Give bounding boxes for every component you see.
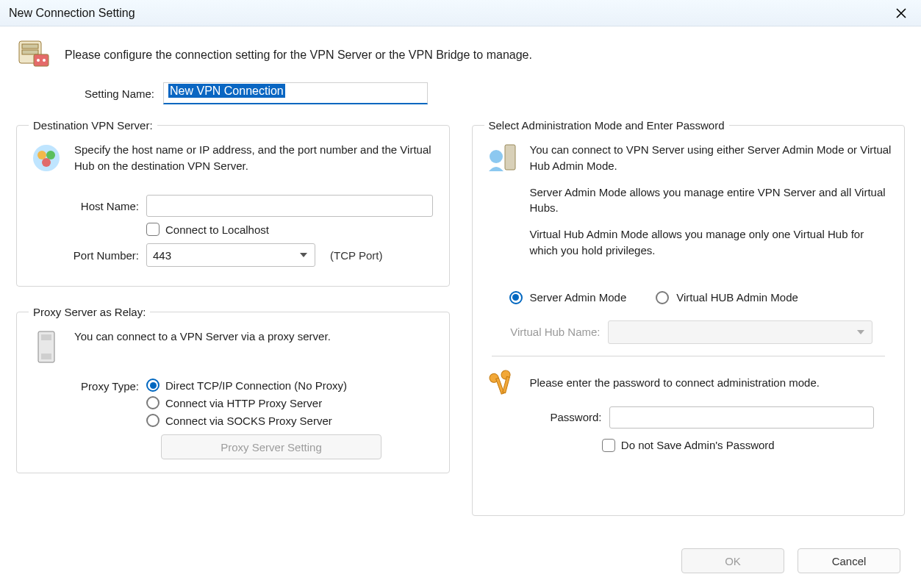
admin-desc1: You can connect to VPN Server using eith…	[530, 142, 893, 174]
svg-point-4	[37, 59, 40, 62]
password-input[interactable]	[609, 406, 874, 429]
admin-fieldset: Select Administration Mode and Enter Pas…	[472, 119, 906, 516]
window-title: New Connection Setting	[9, 7, 135, 20]
admin-legend: Select Administration Mode and Enter Pas…	[484, 119, 729, 132]
proxy-direct-radio[interactable]	[146, 379, 160, 392]
close-icon	[896, 8, 906, 18]
close-button[interactable]	[889, 3, 914, 24]
port-number-label: Port Number:	[29, 249, 139, 262]
proxy-server-setting-button[interactable]: Proxy Server Setting	[161, 434, 381, 459]
titlebar: New Connection Setting	[0, 0, 921, 26]
keys-icon	[484, 367, 520, 399]
svg-rect-11	[41, 334, 51, 340]
proxy-tower-icon	[29, 329, 64, 365]
hub-admin-mode-radio[interactable]	[656, 291, 669, 304]
host-name-input[interactable]	[146, 195, 433, 217]
proxy-direct-label: Direct TCP/IP Connection (No Proxy)	[165, 379, 347, 392]
admin-desc2: Server Admin Mode allows you manage enti…	[530, 184, 893, 217]
svg-point-5	[43, 59, 46, 62]
cancel-button[interactable]: Cancel	[798, 548, 900, 573]
port-number-value: 443	[153, 249, 171, 262]
server-admin-mode-label: Server Admin Mode	[530, 291, 627, 304]
destination-fieldset: Destination VPN Server: Specify the host…	[16, 119, 450, 287]
proxy-legend: Proxy Server as Relay:	[29, 306, 150, 318]
proxy-fieldset: Proxy Server as Relay: You can connect t…	[16, 306, 450, 473]
virtual-hub-name-select	[608, 320, 872, 344]
svg-rect-13	[505, 145, 515, 170]
intro-text: Please configure the connection setting …	[65, 49, 532, 62]
host-name-label: Host Name:	[29, 200, 139, 212]
setting-name-label: Setting Name:	[59, 87, 154, 100]
port-suffix: (TCP Port)	[330, 249, 382, 262]
password-prompt: Please enter the password to connect adm…	[530, 375, 893, 391]
no-save-password-checkbox[interactable]	[602, 439, 615, 452]
hub-admin-mode-label: Virtual HUB Admin Mode	[676, 291, 798, 304]
proxy-http-radio[interactable]	[146, 396, 160, 409]
proxy-http-label: Connect via HTTP Proxy Server	[165, 397, 322, 409]
proxy-socks-label: Connect via SOCKS Proxy Server	[165, 415, 332, 427]
connect-localhost-label: Connect to Localhost	[165, 223, 269, 236]
user-server-icon	[484, 142, 520, 177]
svg-rect-3	[34, 54, 49, 66]
ok-button[interactable]: OK	[681, 548, 784, 573]
destination-desc: Specify the host name or IP address, and…	[74, 142, 437, 174]
setting-name-input[interactable]: New VPN Connection	[163, 82, 428, 104]
server-admin-mode-radio[interactable]	[509, 291, 523, 304]
globe-users-icon	[29, 142, 64, 174]
svg-rect-12	[41, 354, 51, 359]
server-settings-icon	[18, 38, 51, 72]
svg-point-9	[42, 158, 51, 167]
svg-rect-2	[22, 50, 38, 54]
port-number-select[interactable]: 443	[146, 243, 315, 267]
no-save-password-label: Do not Save Admin's Password	[621, 439, 775, 451]
svg-point-14	[490, 150, 503, 163]
proxy-desc: You can connect to a VPN Server via a pr…	[74, 329, 437, 345]
setting-name-value: New VPN Connection	[168, 84, 285, 98]
svg-point-7	[37, 151, 46, 159]
svg-rect-1	[22, 44, 38, 49]
virtual-hub-name-label: Virtual Hub Name:	[492, 326, 601, 338]
password-label: Password:	[536, 411, 602, 423]
admin-desc3: Virtual Hub Admin Mode allows you manage…	[530, 226, 893, 259]
proxy-socks-radio[interactable]	[146, 414, 160, 427]
svg-point-8	[46, 151, 55, 159]
connect-localhost-checkbox[interactable]	[146, 223, 160, 236]
proxy-type-label: Proxy Type:	[29, 379, 139, 392]
destination-legend: Destination VPN Server:	[29, 119, 157, 132]
separator	[492, 356, 886, 356]
